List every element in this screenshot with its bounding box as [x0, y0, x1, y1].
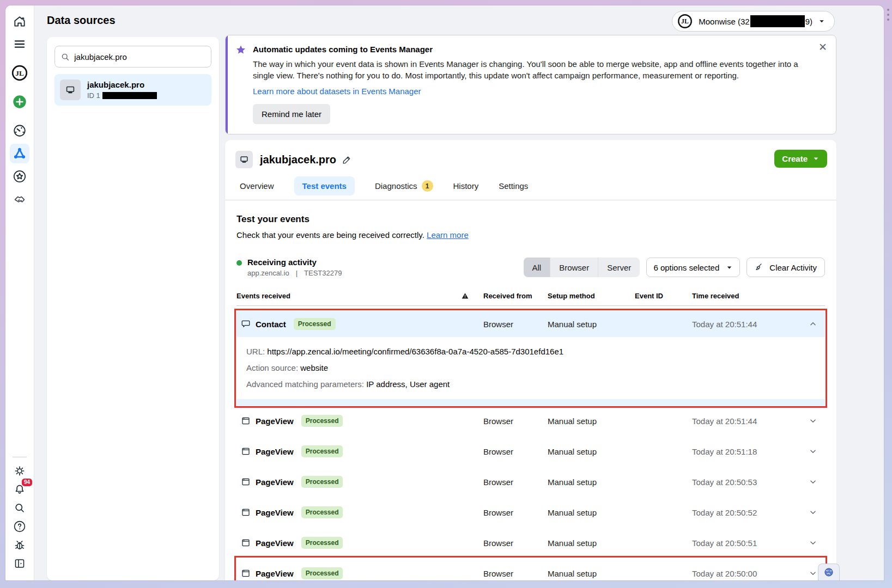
pixel-name: jakubjacek.pro — [260, 154, 336, 166]
table-row[interactable]: PageView Processed Browser Manual setup … — [236, 497, 825, 528]
event-name: PageView — [256, 538, 294, 548]
tab-overview[interactable]: Overview — [240, 181, 274, 191]
redaction-bar — [750, 15, 805, 27]
create-button[interactable]: Create — [774, 150, 827, 168]
svg-text:JL: JL — [681, 17, 689, 25]
table-row[interactable]: PageView Processed Browser Manual setup … — [236, 558, 825, 580]
main-area: Data sources JL Moonwise (329) jakubja — [34, 5, 884, 580]
browser-window-icon — [241, 477, 251, 487]
help-icon[interactable] — [11, 518, 28, 535]
event-details: URL: https://app.zencal.io/meeting/confi… — [236, 337, 825, 399]
status-badge: Processed — [301, 415, 343, 427]
diagnostics-count-badge: 1 — [422, 180, 433, 192]
event-name: Contact — [256, 320, 286, 329]
account-logo-icon: JL — [677, 13, 693, 29]
tab-history[interactable]: History — [453, 181, 479, 191]
event-name: PageView — [256, 477, 294, 487]
account-name: Moonwise (329) — [699, 15, 812, 27]
notifications-bell-icon[interactable]: 94 — [11, 481, 28, 498]
banner-body: The way in which your event data is show… — [253, 59, 811, 81]
chevron-down-icon[interactable] — [809, 538, 817, 547]
banner-learn-more-link[interactable]: Learn more about datasets in Events Mana… — [253, 87, 421, 96]
search-rail-icon[interactable] — [11, 500, 28, 516]
warning-icon — [461, 292, 469, 300]
svg-text:JL: JL — [15, 69, 24, 77]
source-list-item[interactable]: jakubjacek.pro ID 1 — [54, 74, 211, 106]
receiving-activity-subtitle: app.zencal.io | TEST32279 — [247, 269, 342, 277]
filter-server[interactable]: Server — [598, 258, 640, 277]
chevron-down-icon[interactable] — [809, 447, 817, 456]
clear-activity-button[interactable]: Clear Activity — [747, 258, 825, 277]
browser-window-icon — [241, 416, 251, 426]
table-row[interactable]: PageView Processed Browser Manual setup … — [236, 406, 825, 436]
events-table: Events received Received from Setup meth… — [236, 292, 825, 580]
edit-pencil-icon[interactable] — [342, 155, 352, 165]
overview-dashboard-icon[interactable] — [10, 121, 29, 140]
section-title: Test your events — [236, 214, 825, 225]
browser-window-icon — [241, 507, 251, 517]
table-row[interactable]: Contact Processed Browser Manual setup T… — [236, 311, 825, 337]
menu-icon[interactable] — [10, 34, 29, 54]
status-badge: Processed — [294, 318, 336, 330]
table-row[interactable]: PageView Processed Browser Manual setup … — [236, 528, 825, 558]
bug-report-icon[interactable] — [11, 537, 28, 553]
chevron-down-icon — [818, 17, 826, 25]
banner-title: Automatic updates coming to Events Manag… — [253, 44, 811, 54]
tab-test-events[interactable]: Test events — [294, 176, 355, 195]
filter-browser[interactable]: Browser — [550, 258, 598, 277]
status-badge: Processed — [301, 506, 343, 518]
close-icon[interactable]: ✕ — [818, 42, 827, 52]
chevron-down-icon[interactable] — [809, 508, 817, 517]
chevron-down-icon[interactable] — [809, 477, 817, 486]
chat-bubble-icon — [241, 319, 251, 329]
language-globe-icon[interactable] — [818, 564, 840, 580]
options-dropdown[interactable]: 6 options selected — [646, 258, 740, 277]
business-logo-icon[interactable]: JL — [10, 63, 29, 83]
search-input[interactable] — [74, 52, 205, 62]
favorites-icon[interactable] — [10, 167, 29, 186]
source-name: jakubjacek.pro — [87, 80, 157, 89]
pixel-card: jakubjacek.pro Create Overview Test even… — [225, 140, 836, 580]
pixel-avatar — [235, 151, 253, 168]
tab-diagnostics[interactable]: Diagnostics 1 — [375, 180, 433, 192]
learn-more-link[interactable]: Learn more — [427, 230, 469, 240]
add-icon[interactable] — [10, 92, 29, 112]
table-row[interactable]: PageView Processed Browser Manual setup … — [236, 436, 825, 467]
chevron-down-icon — [812, 155, 820, 162]
notifications-count-badge: 94 — [22, 479, 32, 486]
status-badge: Processed — [301, 567, 343, 579]
home-icon[interactable] — [10, 11, 29, 31]
remind-me-later-button[interactable]: Remind me later — [253, 104, 330, 124]
event-name: PageView — [256, 416, 294, 426]
chevron-down-icon[interactable] — [809, 416, 817, 425]
page-title: Data sources — [47, 14, 116, 27]
partners-icon[interactable] — [10, 189, 29, 209]
collapse-panel-icon[interactable] — [11, 555, 28, 572]
receiving-activity-title: Receiving activity — [247, 258, 342, 267]
contact-event-expanded: Contact Processed Browser Manual setup T… — [236, 311, 825, 406]
browser-window-icon — [241, 446, 251, 456]
chevron-down-icon[interactable] — [809, 569, 817, 578]
search-icon — [60, 52, 70, 62]
settings-gear-icon[interactable] — [11, 463, 28, 479]
broom-icon — [755, 262, 764, 272]
scrollbar-dots — [887, 9, 889, 21]
table-row[interactable]: PageView Processed Browser Manual setup … — [236, 467, 825, 497]
data-sources-icon[interactable] — [10, 144, 29, 163]
status-badge: Processed — [301, 445, 343, 457]
content-column: Automatic updates coming to Events Manag… — [225, 35, 836, 580]
redaction-bar — [102, 92, 157, 99]
section-description: Check that your events are being receive… — [236, 230, 825, 240]
search-box — [54, 46, 211, 68]
filter-all[interactable]: All — [524, 258, 550, 277]
event-name: PageView — [256, 569, 294, 578]
status-dot — [236, 260, 242, 266]
window-frame: JL 94 — [0, 0, 892, 588]
matching-parameters: IP address, User agent — [366, 379, 450, 389]
receiving-activity: Receiving activity app.zencal.io | TEST3… — [236, 258, 342, 277]
tab-settings[interactable]: Settings — [499, 181, 528, 191]
chevron-down-icon — [726, 264, 733, 271]
account-selector[interactable]: JL Moonwise (329) — [672, 11, 835, 32]
update-banner: Automatic updates coming to Events Manag… — [225, 35, 836, 134]
chevron-up-icon[interactable] — [809, 320, 817, 328]
